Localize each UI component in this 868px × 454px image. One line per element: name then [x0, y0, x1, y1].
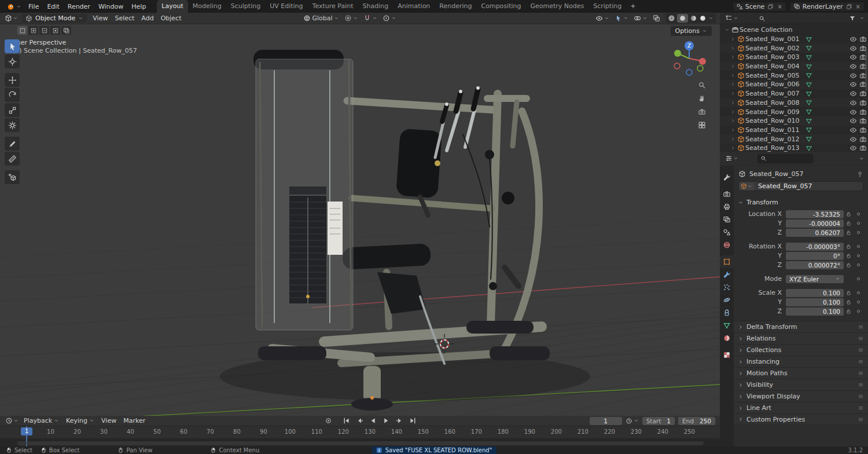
outliner-item[interactable]: Seated_Row_013	[720, 144, 868, 152]
hide-in-viewport-eye-icon[interactable]	[848, 72, 858, 79]
new-view-layer-icon[interactable]	[845, 3, 853, 10]
panel-section-collections[interactable]: Collections	[734, 344, 868, 356]
viewport-canvas[interactable]	[0, 24, 720, 416]
auto-keying-button[interactable]	[322, 417, 334, 425]
panel-section-line-art[interactable]: Line Art	[734, 402, 868, 413]
outliner-item[interactable]: Seated_Row_003	[720, 53, 868, 62]
menu-window[interactable]: Window	[94, 1, 127, 13]
editor-type-button[interactable]	[3, 14, 20, 22]
hide-in-viewport-eye-icon[interactable]	[848, 126, 858, 134]
lock-icon[interactable]	[844, 252, 854, 259]
properties-editor-type-button[interactable]	[723, 155, 740, 162]
outliner-item[interactable]: Seated_Row_001	[720, 35, 868, 44]
disable-in-render-camera-icon[interactable]	[858, 144, 867, 152]
viewport-menu-select[interactable]: Select	[111, 13, 138, 23]
filter-icon[interactable]	[849, 15, 856, 22]
animate-decorator-icon[interactable]	[854, 262, 863, 268]
transform-orientation-dropdown[interactable]: Global	[303, 14, 339, 22]
panel-section-instancing[interactable]: Instancing	[734, 356, 868, 367]
disable-in-render-camera-icon[interactable]	[858, 35, 867, 43]
workspace-tab-geometry-nodes[interactable]: Geometry Nodes	[525, 0, 589, 13]
use-preview-range-button[interactable]	[626, 418, 639, 424]
object-name-input[interactable]: Seated_Row_057	[754, 182, 863, 191]
gizmos-dropdown[interactable]	[615, 14, 628, 22]
workspace-tab-uv-editing[interactable]: UV Editing	[265, 0, 307, 13]
disable-in-render-camera-icon[interactable]	[858, 136, 867, 143]
tool-select-button[interactable]	[5, 39, 20, 53]
disclosure-triangle-icon[interactable]	[729, 54, 736, 60]
viewport-menu-add[interactable]: Add	[138, 13, 157, 23]
unlink-scene-icon[interactable]: ×	[777, 3, 782, 10]
location-z-field[interactable]: 0.06207	[786, 229, 844, 237]
animate-decorator-icon[interactable]	[854, 211, 863, 217]
hide-in-viewport-eye-icon[interactable]	[848, 90, 858, 97]
disclosure-triangle-icon[interactable]	[729, 36, 736, 42]
chevron-down-icon[interactable]	[859, 16, 865, 21]
menu-edit[interactable]: Edit	[43, 1, 63, 13]
pivot-point-dropdown[interactable]	[344, 14, 358, 22]
scale-x-field[interactable]: 0.100	[786, 289, 844, 297]
panel-section-relations[interactable]: Relations	[734, 332, 868, 344]
outliner-item[interactable]: Seated_Row_007	[720, 89, 868, 98]
scale-z-field[interactable]: 0.100	[786, 307, 844, 316]
outliner-item[interactable]: Seated_Row_012	[720, 134, 868, 144]
timeline-menu-view[interactable]: View	[98, 416, 120, 426]
new-scene-icon[interactable]	[767, 3, 774, 10]
viewport-menu-object[interactable]: Object	[157, 13, 185, 23]
zoom-icon[interactable]	[698, 81, 706, 89]
play-button[interactable]	[380, 417, 392, 425]
menu-render[interactable]: Render	[64, 1, 94, 13]
properties-tab-render[interactable]	[720, 188, 734, 200]
hide-in-viewport-eye-icon[interactable]	[848, 80, 858, 88]
disclosure-triangle-icon[interactable]	[729, 145, 736, 151]
hide-in-viewport-eye-icon[interactable]	[848, 108, 858, 116]
workspace-tab-sculpting[interactable]: Sculpting	[226, 0, 265, 13]
disable-in-render-camera-icon[interactable]	[858, 126, 867, 134]
select-mode-extend[interactable]	[28, 26, 38, 35]
hide-in-viewport-eye-icon[interactable]	[848, 63, 858, 70]
workspace-tab-compositing[interactable]: Compositing	[477, 0, 526, 13]
lock-icon[interactable]	[844, 299, 854, 305]
workspace-tab-scripting[interactable]: Scripting	[589, 0, 626, 13]
hide-in-viewport-eye-icon[interactable]	[848, 144, 858, 152]
outliner-item[interactable]: Seated_Row_006	[720, 80, 868, 89]
outliner-item[interactable]: Seated_Row_002	[720, 43, 868, 53]
viewport-menu-view[interactable]: View	[89, 13, 111, 23]
animate-decorator-icon[interactable]	[854, 299, 863, 305]
chevron-down-icon[interactable]	[859, 156, 865, 162]
properties-tab-modifiers[interactable]	[720, 268, 734, 281]
tool-add-cube-button[interactable]	[5, 170, 20, 184]
blender-menu-button[interactable]	[3, 2, 24, 11]
animate-decorator-icon[interactable]	[854, 229, 863, 236]
animate-decorator-icon[interactable]	[854, 243, 863, 250]
remove-view-layer-icon[interactable]: ×	[855, 3, 861, 10]
panel-section-viewport-display[interactable]: Viewport Display	[734, 390, 868, 402]
timeline-scrollbar[interactable]	[17, 441, 704, 445]
workspace-tab-modeling[interactable]: Modeling	[188, 0, 226, 13]
outliner-item[interactable]: Seated_Row_011	[720, 126, 868, 135]
hide-in-viewport-eye-icon[interactable]	[848, 45, 858, 52]
browse-object-button[interactable]	[739, 182, 754, 191]
disclosure-triangle-icon[interactable]	[729, 100, 736, 105]
lock-icon[interactable]	[844, 220, 854, 226]
previous-keyframe-button[interactable]	[354, 417, 365, 425]
mode-selector[interactable]: Object Mode	[22, 14, 87, 23]
scale-y-field[interactable]: 0.100	[786, 298, 844, 306]
disable-in-render-camera-icon[interactable]	[858, 117, 867, 125]
location-y-field[interactable]: -0.000004	[786, 219, 844, 228]
lock-icon[interactable]	[844, 243, 854, 250]
properties-tab-texture[interactable]	[720, 349, 734, 361]
animate-decorator-icon[interactable]	[854, 276, 863, 282]
animate-decorator-icon[interactable]	[854, 308, 863, 314]
rotation-x-field[interactable]: -0.000003°	[786, 243, 844, 251]
properties-tab-world[interactable]	[720, 239, 734, 251]
timeline-menu-playback[interactable]: Playback	[20, 416, 62, 426]
properties-tab-material[interactable]	[720, 332, 734, 345]
hide-in-viewport-eye-icon[interactable]	[848, 117, 858, 125]
disclosure-triangle-icon[interactable]	[729, 46, 736, 51]
pin-icon[interactable]	[856, 171, 863, 178]
disclosure-triangle-icon[interactable]	[729, 82, 736, 87]
tool-move-button[interactable]	[5, 73, 20, 87]
lock-icon[interactable]	[844, 290, 854, 296]
wireframe-shading-icon[interactable]	[668, 14, 675, 22]
